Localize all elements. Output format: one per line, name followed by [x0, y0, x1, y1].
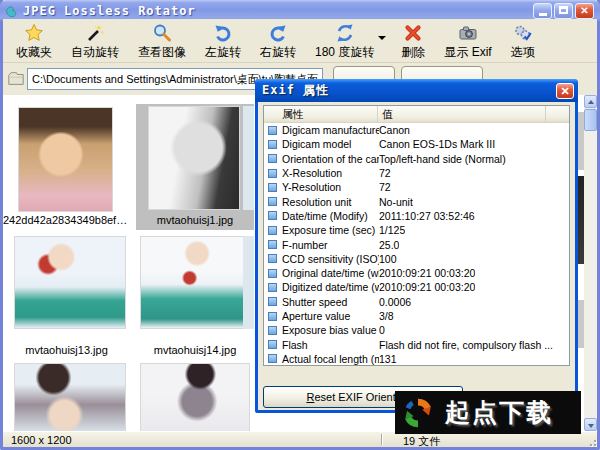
- scrollbar-thumb[interactable]: [584, 109, 597, 131]
- exif-row[interactable]: Actual focal length (mm) 131: [264, 352, 569, 366]
- window-title: JPEG Lossless Rotator: [23, 4, 196, 18]
- thumbnail-image[interactable]: [140, 363, 250, 431]
- main-toolbar: 收藏夹 自动旋转 查看图像 左旋转: [3, 19, 597, 63]
- exif-row[interactable]: Resolution unit No-unit: [264, 194, 569, 208]
- property-name: Exposure time (sec): [282, 224, 379, 236]
- property-name: Flash: [282, 339, 379, 351]
- exif-row[interactable]: Y-Resolution 72: [264, 180, 569, 194]
- exif-dialog-close-icon[interactable]: ✕: [556, 83, 574, 99]
- property-name: Actual focal length (mm): [282, 353, 379, 365]
- rotate-dropdown-arrow-icon[interactable]: [378, 36, 386, 40]
- property-name: Shutter speed: [282, 296, 379, 308]
- image-size-status: 1600 x 1200: [11, 434, 72, 446]
- resize-grip[interactable]: [585, 435, 596, 446]
- exif-dialog-titlebar[interactable]: Exif 属性 ✕: [255, 79, 578, 102]
- property-icon: [268, 140, 277, 149]
- exif-row[interactable]: F-number 25.0: [264, 237, 569, 251]
- property-value: 0: [379, 324, 385, 336]
- star-icon: [24, 23, 44, 43]
- property-icon: [268, 297, 277, 306]
- property-value: 0.0006: [379, 296, 411, 308]
- exif-row[interactable]: Digicam model Canon EOS-1Ds Mark III: [264, 137, 569, 151]
- property-value: 100: [379, 253, 397, 265]
- partially-hidden-thumbnail[interactable]: [243, 106, 254, 210]
- property-name: Digicam model: [282, 138, 379, 150]
- magic-wand-icon: [85, 23, 105, 43]
- partially-hidden-thumbnail[interactable]: [243, 236, 254, 329]
- property-name: F-number: [282, 239, 379, 251]
- close-button[interactable]: ✕: [575, 3, 594, 19]
- exif-row[interactable]: Exposure bias value (E... 0: [264, 323, 569, 337]
- property-column-header[interactable]: 属性: [264, 106, 378, 122]
- auto-rotate-button[interactable]: 自动旋转: [68, 22, 122, 62]
- exif-row[interactable]: Aperture value 3/8: [264, 309, 569, 323]
- exif-row[interactable]: CCD sensitivity (ISO) 100: [264, 252, 569, 266]
- camera-icon: [458, 23, 478, 43]
- folder-icon: [7, 70, 25, 88]
- value-column-header[interactable]: 值: [378, 106, 546, 122]
- property-name: X-Resolution: [282, 167, 379, 179]
- rotate-right-icon: [268, 23, 288, 43]
- rotate-right-button[interactable]: 右旋转: [257, 22, 299, 62]
- exif-row[interactable]: Orientation of the camera Top/left-hand …: [264, 152, 569, 166]
- exif-table-header[interactable]: 属性 值: [264, 106, 569, 123]
- thumbnail-image[interactable]: [148, 106, 240, 210]
- thumbnail-filename[interactable]: mvtaohuisj14.jpg: [136, 344, 254, 356]
- file-count-status: 19 文件: [403, 434, 440, 449]
- property-icon: [268, 154, 277, 163]
- property-value: No-unit: [379, 196, 413, 208]
- property-name: Aperture value: [282, 310, 379, 322]
- property-icon: [268, 326, 277, 335]
- property-icon: [268, 211, 277, 220]
- app-window: JPEG Lossless Rotator ✕ 收藏夹 自动旋转: [0, 0, 600, 450]
- property-value: 3/8: [379, 310, 394, 322]
- property-icon: [268, 340, 277, 349]
- property-name: Resolution unit: [282, 196, 379, 208]
- options-button[interactable]: 选项: [508, 22, 538, 62]
- scroll-down-icon[interactable]: [584, 418, 597, 431]
- favorites-button[interactable]: 收藏夹: [13, 22, 55, 62]
- exif-row[interactable]: Flash Flash did not fire, compulsory fla…: [264, 337, 569, 351]
- show-exif-button[interactable]: 显示 Exif: [441, 22, 494, 62]
- rotate-left-button[interactable]: 左旋转: [202, 22, 244, 62]
- property-icon: [268, 312, 277, 321]
- exif-row[interactable]: Original date/time (whe... 2010:09:21 00…: [264, 266, 569, 280]
- exif-row[interactable]: Exposure time (sec) 1/125: [264, 223, 569, 237]
- rotate-left-icon: [213, 23, 233, 43]
- property-value: Canon: [379, 124, 410, 136]
- exif-row[interactable]: Shutter speed 0.0006: [264, 295, 569, 309]
- thumbnail-image[interactable]: [18, 107, 113, 212]
- vertical-scrollbar[interactable]: [584, 95, 597, 431]
- view-image-button[interactable]: 查看图像: [135, 22, 189, 62]
- thumbnail-image[interactable]: [14, 363, 126, 431]
- property-name: CCD sensitivity (ISO): [282, 253, 379, 265]
- exif-row[interactable]: Digicam manufacturer Canon: [264, 123, 569, 137]
- thumbnail-filename[interactable]: 242dd42a2834349b8efd9c2...: [3, 214, 130, 226]
- property-value: Top/left-hand side (Normal): [379, 153, 506, 165]
- scroll-up-icon[interactable]: [584, 95, 597, 108]
- exif-rows: Digicam manufacturer Canon Digicam model…: [264, 123, 569, 366]
- minimize-button[interactable]: [533, 3, 552, 19]
- thumbnail-filename[interactable]: mvtaohuisj1.jpg: [136, 214, 254, 226]
- property-value: 2011:10:27 03:52:46: [379, 210, 475, 222]
- property-icon: [268, 269, 277, 278]
- thumbnail-image[interactable]: [140, 236, 250, 329]
- thumbnail-filename[interactable]: mvtaohuisj13.jpg: [3, 344, 130, 356]
- property-icon: [268, 240, 277, 249]
- property-name: Orientation of the camera: [282, 153, 379, 165]
- delete-button[interactable]: 删除: [398, 22, 428, 62]
- property-name: Digitized date/time (wh...: [282, 281, 379, 293]
- delete-icon: [403, 23, 423, 43]
- property-icon: [268, 354, 277, 363]
- thumbnail-image[interactable]: [14, 236, 126, 329]
- property-icon: [268, 254, 277, 263]
- property-icon: [268, 226, 277, 235]
- maximize-button[interactable]: [554, 3, 573, 19]
- property-value: 2010:09:21 00:03:20: [379, 267, 475, 279]
- exif-row[interactable]: X-Resolution 72: [264, 166, 569, 180]
- property-name: Original date/time (whe...: [282, 267, 379, 279]
- exif-row[interactable]: Digitized date/time (wh... 2010:09:21 00…: [264, 280, 569, 294]
- app-icon: [4, 4, 19, 19]
- rotate-180-button[interactable]: 180 度旋转: [312, 22, 377, 62]
- exif-row[interactable]: Date/time (Modify) 2011:10:27 03:52:46: [264, 209, 569, 223]
